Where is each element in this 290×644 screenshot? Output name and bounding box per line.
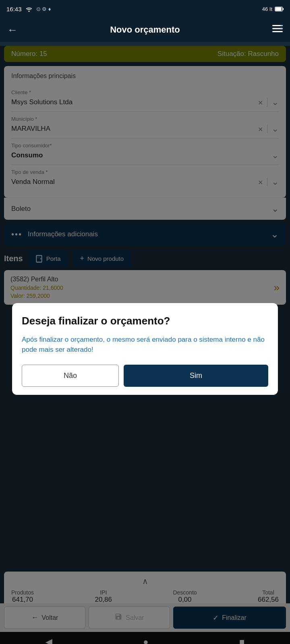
modal-nao-button[interactable]: Não	[22, 365, 119, 387]
back-button[interactable]: ←	[7, 24, 18, 36]
time: 16:43	[6, 6, 22, 12]
status-right: 46 It	[262, 6, 284, 12]
main-content: Número: 15 Situação: Rascunho Informaçõe…	[0, 46, 290, 644]
battery-icon	[275, 6, 284, 12]
svg-rect-6	[272, 31, 283, 32]
svg-rect-3	[282, 8, 284, 10]
modal-box: Deseja finalizar o orçamento? Após final…	[12, 303, 278, 395]
wifi-icon	[25, 6, 33, 12]
page-title: Novo orçamento	[110, 25, 180, 35]
modal-overlay: Deseja finalizar o orçamento? Após final…	[0, 46, 290, 644]
svg-rect-8	[280, 28, 283, 29]
status-bar: 16:43 ⊙ ⚙ ♦ 46 It	[0, 0, 290, 18]
list-icon	[272, 25, 283, 33]
menu-button[interactable]	[272, 25, 283, 35]
status-extra: 46 It	[262, 6, 272, 12]
signal-icons: ⊙ ⚙ ♦	[36, 6, 51, 12]
nav-bar: ← Novo orçamento	[0, 18, 290, 42]
svg-rect-7	[280, 25, 283, 26]
modal-body: Após finalizar o orçamento, o mesmo será…	[22, 334, 268, 355]
status-left: 16:43 ⊙ ⚙ ♦	[6, 6, 51, 12]
svg-rect-2	[276, 7, 282, 10]
modal-sim-button[interactable]: Sim	[124, 365, 268, 387]
modal-title: Deseja finalizar o orçamento?	[22, 314, 268, 328]
svg-point-0	[28, 10, 29, 12]
modal-buttons: Não Sim	[22, 365, 268, 387]
